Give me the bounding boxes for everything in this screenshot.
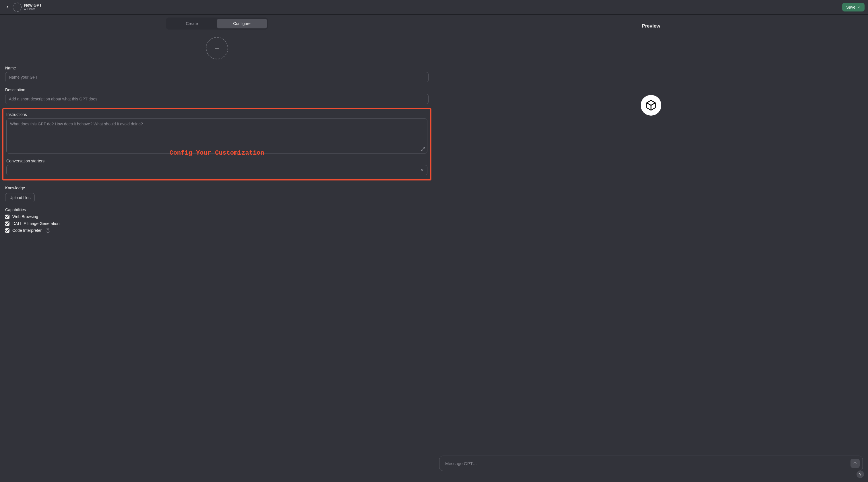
gpt-avatar-placeholder[interactable] bbox=[12, 3, 22, 12]
capability-row: Web Browsing bbox=[5, 214, 429, 219]
preview-placeholder-icon bbox=[641, 95, 661, 116]
expand-instructions-button[interactable] bbox=[421, 147, 425, 151]
question-icon: ? bbox=[859, 472, 861, 477]
preview-message-input[interactable] bbox=[445, 461, 850, 466]
capability-help-icon[interactable]: ? bbox=[45, 228, 50, 233]
arrow-up-icon bbox=[853, 461, 857, 465]
description-input[interactable] bbox=[5, 94, 429, 104]
preview-send-button[interactable] bbox=[850, 459, 860, 468]
description-label: Description bbox=[5, 88, 429, 92]
capability-row: Code Interpreter ? bbox=[5, 228, 429, 233]
title-block: New GPT Draft bbox=[24, 3, 42, 11]
capability-checkbox-code-interpreter[interactable] bbox=[5, 228, 9, 233]
upload-files-button[interactable]: Upload files bbox=[5, 193, 35, 202]
capability-label: DALL·E Image Generation bbox=[12, 221, 59, 226]
starters-label: Conversation starters bbox=[6, 159, 427, 163]
close-icon bbox=[420, 168, 424, 172]
starter-input[interactable] bbox=[7, 165, 417, 175]
tab-create[interactable]: Create bbox=[167, 19, 217, 28]
chevron-down-icon bbox=[857, 5, 861, 9]
save-button-label: Save bbox=[846, 5, 856, 9]
starter-row bbox=[6, 165, 427, 175]
expand-icon bbox=[421, 147, 425, 151]
preview-message-box bbox=[439, 456, 863, 471]
add-image-button[interactable] bbox=[206, 37, 228, 59]
svg-line-2 bbox=[423, 147, 425, 149]
plus-icon bbox=[214, 45, 220, 52]
chevron-left-icon bbox=[5, 5, 10, 10]
svg-line-3 bbox=[421, 149, 423, 151]
instructions-label: Instructions bbox=[6, 112, 427, 117]
capability-checkbox-dalle[interactable] bbox=[5, 222, 9, 226]
back-button[interactable] bbox=[3, 3, 11, 11]
preview-title: Preview bbox=[642, 23, 660, 29]
capability-checkbox-web-browsing[interactable] bbox=[5, 215, 9, 219]
capability-row: DALL·E Image Generation bbox=[5, 221, 429, 226]
name-input[interactable] bbox=[5, 72, 429, 82]
capabilities-label: Capabilities bbox=[5, 207, 429, 212]
save-button[interactable]: Save bbox=[842, 3, 865, 11]
instructions-wrap: Config Your Customization bbox=[6, 119, 427, 154]
preview-pane: Preview bbox=[434, 14, 868, 482]
cube-icon bbox=[645, 100, 657, 111]
capability-label: Web Browsing bbox=[12, 214, 38, 219]
top-bar: New GPT Draft Save bbox=[0, 0, 868, 14]
knowledge-label: Knowledge bbox=[5, 186, 429, 190]
name-label: Name bbox=[5, 66, 429, 70]
page-title: New GPT bbox=[24, 3, 42, 7]
page-status: Draft bbox=[24, 7, 42, 11]
annotation-highlight: Instructions Config Your Customization C… bbox=[2, 108, 431, 181]
instructions-input[interactable] bbox=[6, 119, 427, 154]
starter-remove-button[interactable] bbox=[417, 165, 427, 175]
configure-pane: Create Configure Name Description Instru… bbox=[0, 14, 434, 482]
help-fab[interactable]: ? bbox=[857, 471, 864, 478]
capability-label: Code Interpreter bbox=[12, 228, 42, 233]
tab-bar: Create Configure bbox=[166, 18, 268, 30]
tab-configure[interactable]: Configure bbox=[217, 19, 267, 28]
